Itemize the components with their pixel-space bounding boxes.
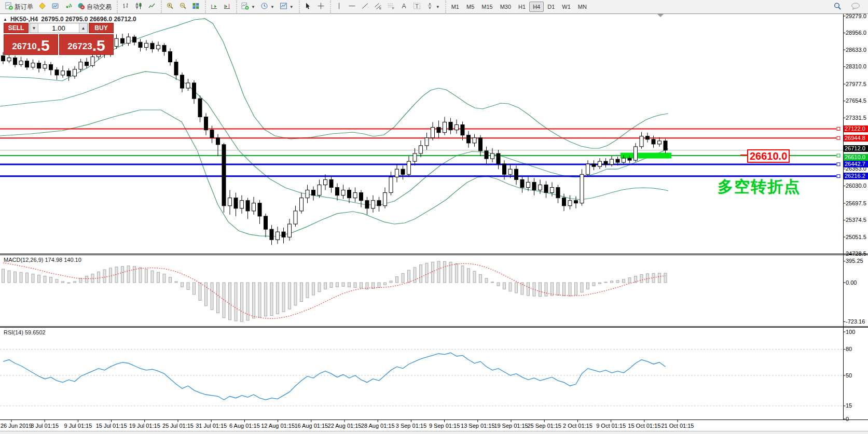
date-tick-label: 25 Sep 01:15 xyxy=(527,423,561,429)
bottom-scroll-strip[interactable] xyxy=(0,431,868,434)
zoom-out-button[interactable] xyxy=(176,1,189,13)
toolbar-group xyxy=(117,1,160,13)
chart-shift-marker-icon[interactable] xyxy=(657,14,664,17)
horizontal-line-button[interactable] xyxy=(346,1,359,13)
price-callout-label[interactable]: 26610.0 xyxy=(747,149,790,163)
arrows-button[interactable]: ▼ xyxy=(423,1,443,13)
zoom-in-button[interactable] xyxy=(163,1,176,13)
vline-icon xyxy=(335,2,343,11)
timeframe-h4[interactable]: H4 xyxy=(529,2,544,12)
price-axis-tick: 27331.5 xyxy=(846,115,866,121)
toolbar-group: ▼▼▼ xyxy=(236,1,298,13)
timeframe-d1[interactable]: D1 xyxy=(544,2,558,12)
buy-button[interactable]: BUY xyxy=(89,23,114,33)
templates-button[interactable]: ▼ xyxy=(277,1,296,13)
template-icon xyxy=(280,2,287,11)
cursor-button[interactable] xyxy=(301,1,314,13)
date-tick-label: 13 Sep 01:15 xyxy=(461,423,494,429)
bar-chart-button[interactable] xyxy=(119,1,132,13)
timeframe-mn[interactable]: MN xyxy=(574,2,590,12)
volume-decrease-button[interactable]: ▼ xyxy=(30,23,38,33)
price-line-label[interactable]: 27122.0 xyxy=(844,125,868,132)
price-axis-tick: 28633.0 xyxy=(846,47,866,53)
toolbar-group xyxy=(299,1,329,13)
chevron-down-icon[interactable]: ▼ xyxy=(290,5,294,9)
svg-text:T: T xyxy=(415,4,418,9)
timeframe-m5[interactable]: M5 xyxy=(463,2,478,12)
buy-price[interactable]: 26723.5 xyxy=(59,34,114,55)
chat-button[interactable] xyxy=(848,1,863,13)
date-tick-label: 16 Aug 01:15 xyxy=(294,423,328,429)
toolbar-group xyxy=(161,1,204,13)
timeframe-m15[interactable]: M15 xyxy=(478,2,496,12)
zoom-in-icon xyxy=(166,2,174,11)
market-watch-button[interactable] xyxy=(49,1,62,13)
signals-button[interactable] xyxy=(62,1,75,13)
search-icon xyxy=(833,2,842,12)
price-line-label[interactable]: 26216.2 xyxy=(844,173,868,179)
collapse-triangle-icon[interactable]: ▲ xyxy=(3,17,7,22)
sell-price-main: 26710 xyxy=(12,40,36,53)
channel-icon: E xyxy=(374,2,382,11)
chevron-down-icon[interactable]: ▼ xyxy=(270,5,274,9)
price-axis-tick: 28310.0 xyxy=(846,63,866,70)
price-line-label[interactable]: 26442.7 xyxy=(844,161,868,167)
sell-button[interactable]: SELL xyxy=(4,23,29,33)
rsi-axis-tick: 50 xyxy=(846,372,852,379)
trendline-button[interactable] xyxy=(359,1,371,13)
crosshair-button[interactable] xyxy=(314,1,327,13)
svg-text:A: A xyxy=(402,3,406,10)
macd-label: MACD(12,26,9) 174.98 140.10 xyxy=(4,257,81,263)
signals-icon xyxy=(64,2,72,11)
timeframe-m1[interactable]: M1 xyxy=(448,2,463,12)
chat-icon xyxy=(851,2,860,12)
label-icon: T xyxy=(413,2,421,11)
tile-windows-button[interactable] xyxy=(189,1,202,13)
macd-axis-tick: 395.25 xyxy=(846,258,863,264)
hline-icon xyxy=(348,2,356,11)
auto-scroll-button[interactable] xyxy=(208,1,221,13)
price-chart-canvas[interactable] xyxy=(0,0,868,434)
line-chart-button[interactable] xyxy=(145,1,158,13)
rsi-axis-tick: 15 xyxy=(846,402,852,409)
date-tick-label: 9 Sep 01:15 xyxy=(429,423,460,429)
timeframe-m30[interactable]: M30 xyxy=(497,2,515,12)
chart-ohlc-values: 26795.0 26795.0 26696.0 26712.0 xyxy=(41,16,136,23)
sell-price[interactable]: 26710.5 xyxy=(4,34,58,55)
price-line-label[interactable]: 26712.0 xyxy=(844,145,868,152)
timeframe-w1[interactable]: W1 xyxy=(558,2,574,12)
periods-button[interactable]: ▼ xyxy=(258,1,277,13)
chevron-down-icon[interactable]: ▼ xyxy=(251,5,255,9)
chart-shift-button[interactable] xyxy=(221,1,233,13)
vertical-line-button[interactable] xyxy=(333,1,346,13)
fibonacci-button[interactable]: F xyxy=(384,1,397,13)
price-line-label[interactable]: 26610.0 xyxy=(844,154,868,161)
date-tick-label: 15 Jul 01:15 xyxy=(96,423,127,429)
svg-text:F: F xyxy=(392,7,394,10)
date-tick-label: 2 Oct 01:15 xyxy=(563,423,593,429)
text-icon: A xyxy=(400,2,408,11)
quotes-button[interactable] xyxy=(36,1,49,13)
turning-point-annotation[interactable]: 多空转折点 xyxy=(718,176,801,198)
new-order-button[interactable]: 新订单 xyxy=(3,1,36,13)
rsi-axis-tick: 100 xyxy=(846,329,855,335)
channel-button[interactable]: E xyxy=(371,1,384,13)
price-line-label[interactable]: 26944.8 xyxy=(844,135,868,142)
indicators-button[interactable]: ▼ xyxy=(239,1,258,13)
buy-price-main: 26723 xyxy=(67,40,92,53)
text-button[interactable]: A xyxy=(397,1,410,13)
search-button[interactable] xyxy=(831,1,844,13)
toolbar-group: 新订单自动交易 xyxy=(1,1,116,13)
auto-trading-button[interactable]: 自动交易 xyxy=(75,1,114,13)
auto-trading-icon xyxy=(77,2,85,11)
candlestick-button[interactable] xyxy=(132,1,145,13)
arrows-icon xyxy=(426,2,434,11)
date-tick-label: 3 Jul 01:15 xyxy=(31,423,59,429)
timeframe-h1[interactable]: H1 xyxy=(515,2,529,12)
timeframe-toolbar-group: M1M5M15M30H1H4D1W1MN xyxy=(445,1,592,13)
volume-increase-button[interactable]: ▲ xyxy=(79,23,87,33)
label-button[interactable]: T xyxy=(410,1,423,13)
chart-symbol-period: HK50-,H4 xyxy=(10,16,38,23)
chevron-down-icon[interactable]: ▼ xyxy=(436,5,440,9)
volume-input[interactable]: 1.00 xyxy=(38,23,79,33)
